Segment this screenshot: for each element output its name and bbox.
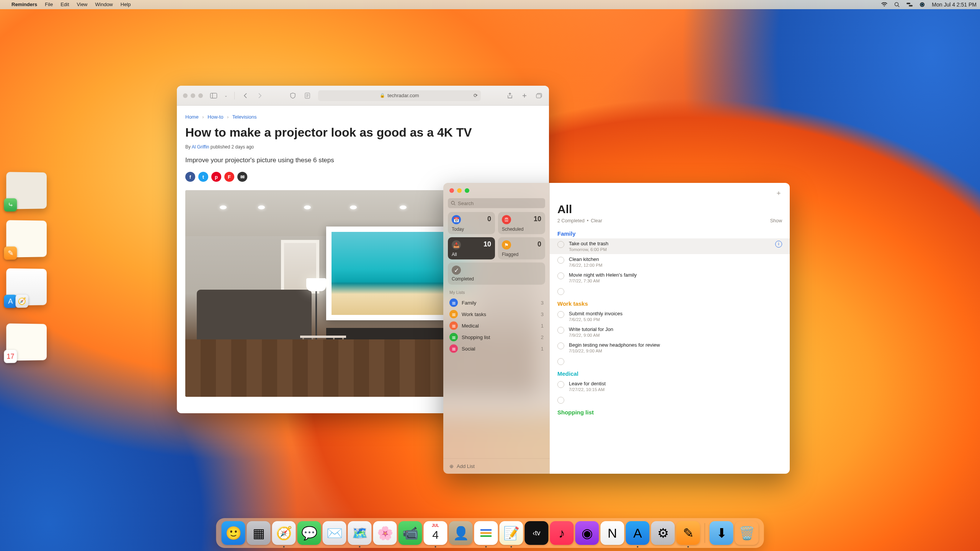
share-facebook-icon[interactable]: f [185, 172, 195, 182]
zoom-icon[interactable] [198, 93, 203, 98]
menu-edit[interactable]: Edit [57, 0, 73, 9]
reminder-item[interactable] [550, 285, 790, 297]
minimize-icon[interactable] [457, 188, 462, 193]
dock-app-maps[interactable]: 🗺️ [348, 521, 372, 545]
clear-completed-button[interactable]: Clear [591, 218, 602, 223]
reminder-radio[interactable] [557, 381, 564, 388]
zoom-icon[interactable] [465, 188, 469, 193]
traffic-lights[interactable] [183, 93, 203, 98]
smart-list-all[interactable]: 📥 10 All [448, 237, 495, 259]
reminder-item[interactable] [550, 355, 790, 367]
dock-app-tv[interactable]: ‹tv [525, 521, 549, 545]
reminder-item[interactable]: Clean kitchen7/6/22, 12:00 PM [550, 254, 790, 270]
dock-app-mail[interactable]: ✉️ [323, 521, 346, 545]
stage-manager-thumb-appstore-safari[interactable]: A 🧭 [6, 268, 47, 306]
traffic-lights[interactable] [443, 183, 550, 196]
info-icon[interactable]: i [775, 241, 782, 248]
dock-app-facetime[interactable]: 📹 [399, 521, 422, 545]
dock-app-safari[interactable]: 🧭 [272, 521, 296, 545]
reminder-radio[interactable] [557, 397, 564, 404]
reminder-item[interactable]: Submit monthly invoices7/6/22, 5:00 PM [550, 308, 790, 324]
new-tab-icon[interactable] [521, 92, 528, 99]
dock-app-notes[interactable]: 📝 [500, 521, 523, 545]
url-bar[interactable]: 🔒 techradar.com ⟳ [318, 90, 481, 101]
show-completed-button[interactable]: Show [770, 218, 782, 223]
sidebar-toggle-icon[interactable] [210, 92, 217, 99]
reminder-item[interactable]: Leave for dentist7/27/22, 10:15 AM [550, 378, 790, 394]
spotlight-icon[interactable] [891, 2, 903, 7]
reminder-item[interactable]: Write tutorial for Jon7/9/22, 9:00 AM [550, 324, 790, 340]
share-email-icon[interactable]: ✉ [237, 172, 247, 182]
stage-manager-thumb-notes[interactable]: ✎ [6, 220, 47, 258]
control-center-icon[interactable] [903, 2, 916, 7]
app-menu[interactable]: Reminders [8, 0, 41, 9]
menubar-clock[interactable]: Mon Jul 4 2:51 PM [928, 0, 980, 9]
dock-app-downloads[interactable]: ⬇︎ [710, 521, 733, 545]
breadcrumb-howto[interactable]: How-to [207, 114, 223, 120]
search-input[interactable]: Search [448, 198, 545, 208]
reminder-item[interactable]: Take out the trashTomorrow, 6:00 PMi [550, 238, 790, 254]
menu-help[interactable]: Help [117, 0, 135, 9]
dock-app-contacts[interactable]: 👤 [449, 521, 473, 545]
stage-manager-thumb-calendar[interactable]: 17 [6, 323, 47, 361]
minimize-icon[interactable] [191, 93, 195, 98]
dock-app-finder[interactable]: 🙂 [222, 521, 245, 545]
add-list-button[interactable]: ⊕ Add List [443, 458, 550, 474]
menu-view[interactable]: View [73, 0, 91, 9]
dock-app-photos[interactable]: 🌸 [373, 521, 397, 545]
dock-app-podcasts[interactable]: ◉ [575, 521, 599, 545]
reminder-item[interactable]: Movie night with Helen's family7/7/22, 7… [550, 270, 790, 285]
smart-list-completed[interactable]: ✓ Completed [448, 262, 545, 285]
reminder-radio[interactable] [557, 241, 564, 248]
breadcrumb-home[interactable]: Home [185, 114, 199, 120]
breadcrumb-tv[interactable]: Televisions [232, 114, 257, 120]
reminder-radio[interactable] [557, 272, 564, 279]
reminder-item[interactable] [550, 394, 790, 406]
sidebar-list-item[interactable]: ≣Work tasks3 [443, 308, 550, 320]
reminder-radio[interactable] [557, 358, 564, 365]
sidebar-list-item[interactable]: ≣Medical1 [443, 320, 550, 331]
siri-icon[interactable] [916, 2, 928, 7]
reminder-radio[interactable] [557, 257, 564, 264]
nav-back-button[interactable] [242, 92, 249, 99]
smart-list-scheduled[interactable]: 🗓 10 Scheduled [498, 212, 545, 234]
share-twitter-icon[interactable]: t [198, 172, 208, 182]
menu-file[interactable]: File [41, 0, 57, 9]
author-link[interactable]: Al Griffin [192, 144, 209, 150]
reminder-radio[interactable] [557, 311, 564, 318]
reload-icon[interactable]: ⟳ [474, 93, 478, 98]
dock-app-launchpad[interactable]: ▦ [247, 521, 271, 545]
tabs-overview-icon[interactable] [535, 92, 543, 99]
nav-forward-button[interactable] [256, 92, 264, 99]
privacy-report-icon[interactable] [289, 92, 297, 99]
share-pinterest-icon[interactable]: p [211, 172, 221, 182]
sidebar-list-item[interactable]: ≣Social1 [443, 343, 550, 354]
reminder-radio[interactable] [557, 288, 564, 295]
dock-app-settings[interactable]: ⚙︎ [651, 521, 675, 545]
chevron-down-icon[interactable]: ⌄ [224, 93, 227, 98]
dock-app-music[interactable]: ♪ [550, 521, 574, 545]
smart-list-flagged[interactable]: ⚑ 0 Flagged [498, 237, 545, 259]
dock-app-calendar[interactable]: JUL4 [424, 521, 448, 545]
share-flipboard-icon[interactable]: F [224, 172, 234, 182]
menu-window[interactable]: Window [91, 0, 117, 9]
dock-app-messages[interactable]: 💬 [297, 521, 321, 545]
reminder-radio[interactable] [557, 327, 564, 334]
reminder-item[interactable]: Begin testing new headphones for review7… [550, 340, 790, 355]
share-icon[interactable] [506, 92, 514, 99]
stage-manager-thumb-maps[interactable]: ⤷ [6, 172, 47, 209]
smart-list-today[interactable]: 📅 0 Today [448, 212, 495, 234]
wifi-icon[interactable] [878, 2, 891, 7]
reminder-radio[interactable] [557, 342, 564, 349]
dock-app-appstore[interactable]: A [626, 521, 650, 545]
dock-app-pages[interactable]: ✎ [676, 521, 700, 545]
close-icon[interactable] [183, 93, 188, 98]
dock-app-trash[interactable]: 🗑️ [735, 521, 759, 545]
sidebar-list-item[interactable]: ≣Shopping list2 [443, 331, 550, 343]
close-icon[interactable] [449, 188, 454, 193]
reader-icon[interactable] [304, 92, 311, 99]
sidebar-list-item[interactable]: ≣Family3 [443, 297, 550, 308]
dock-app-news[interactable]: N [601, 521, 624, 545]
dock-app-reminders[interactable] [474, 521, 498, 545]
new-reminder-button[interactable]: ＋ [775, 188, 782, 197]
